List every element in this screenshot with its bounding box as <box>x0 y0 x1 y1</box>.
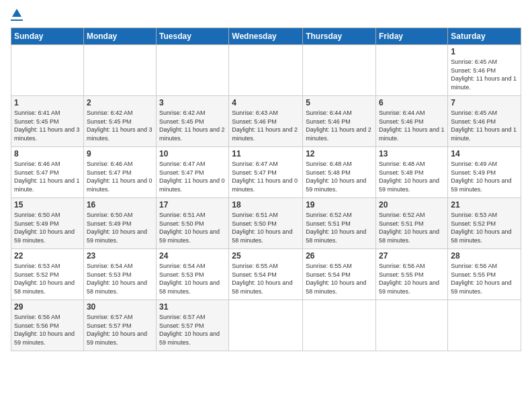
day-info: Sunrise: 6:44 AMSunset: 5:46 PMDaylight:… <box>379 109 445 142</box>
day-number: 7 <box>451 98 518 107</box>
day-number: 6 <box>379 98 445 107</box>
calendar-cell: 4Sunrise: 6:43 AMSunset: 5:46 PMDaylight… <box>229 96 303 147</box>
logo-icon <box>11 8 22 19</box>
day-number: 19 <box>306 200 373 210</box>
calendar-cell: 13Sunrise: 6:48 AMSunset: 5:48 PMDayligh… <box>376 147 448 198</box>
column-header-wednesday: Wednesday <box>229 28 303 45</box>
day-info: Sunrise: 6:48 AMSunset: 5:48 PMDaylight:… <box>379 161 439 193</box>
calendar-cell <box>303 300 376 351</box>
day-info: Sunrise: 6:53 AMSunset: 5:52 PMDaylight:… <box>451 212 511 244</box>
day-number: 10 <box>159 149 226 158</box>
day-info: Sunrise: 6:54 AMSunset: 5:53 PMDaylight:… <box>159 263 220 295</box>
calendar-week-row: 15Sunrise: 6:50 AMSunset: 5:49 PMDayligh… <box>11 198 521 249</box>
day-info: Sunrise: 6:51 AMSunset: 5:50 PMDaylight:… <box>232 212 292 244</box>
calendar-cell: 5Sunrise: 6:44 AMSunset: 5:46 PMDaylight… <box>303 96 376 147</box>
day-info: Sunrise: 6:48 AMSunset: 5:48 PMDaylight:… <box>306 161 366 193</box>
calendar-cell: 7Sunrise: 6:45 AMSunset: 5:46 PMDaylight… <box>448 96 521 147</box>
day-info: Sunrise: 6:50 AMSunset: 5:49 PMDaylight:… <box>14 212 75 244</box>
day-info: Sunrise: 6:46 AMSunset: 5:47 PMDaylight:… <box>87 161 152 193</box>
day-info: Sunrise: 6:49 AMSunset: 5:49 PMDaylight:… <box>451 161 511 193</box>
day-number: 25 <box>232 251 300 261</box>
day-number: 29 <box>14 302 81 312</box>
day-number: 20 <box>379 200 445 210</box>
calendar-cell: 1Sunrise: 6:45 AMSunset: 5:46 PMDaylight… <box>448 45 521 96</box>
logo <box>11 8 23 21</box>
column-header-friday: Friday <box>376 28 448 45</box>
day-number: 14 <box>451 149 518 158</box>
logo-text <box>11 8 23 19</box>
calendar-cell <box>376 45 448 96</box>
calendar-cell <box>229 45 303 96</box>
calendar-table: SundayMondayTuesdayWednesdayThursdayFrid… <box>11 28 521 351</box>
day-number: 15 <box>14 200 81 210</box>
day-info: Sunrise: 6:53 AMSunset: 5:52 PMDaylight:… <box>14 263 75 295</box>
day-info: Sunrise: 6:41 AMSunset: 5:45 PMDaylight:… <box>14 109 80 142</box>
calendar-cell: 16Sunrise: 6:50 AMSunset: 5:49 PMDayligh… <box>83 198 156 249</box>
calendar-cell <box>11 45 84 96</box>
calendar-cell: 12Sunrise: 6:48 AMSunset: 5:48 PMDayligh… <box>303 147 376 198</box>
calendar-cell: 14Sunrise: 6:49 AMSunset: 5:49 PMDayligh… <box>448 147 521 198</box>
day-number: 3 <box>159 98 226 107</box>
day-number: 23 <box>87 251 153 261</box>
column-header-tuesday: Tuesday <box>157 28 229 45</box>
day-number: 22 <box>14 251 81 261</box>
day-info: Sunrise: 6:44 AMSunset: 5:46 PMDaylight:… <box>306 109 371 142</box>
day-info: Sunrise: 6:57 AMSunset: 5:57 PMDaylight:… <box>87 314 147 346</box>
day-info: Sunrise: 6:46 AMSunset: 5:47 PMDaylight:… <box>14 161 80 193</box>
svg-marker-0 <box>12 9 21 17</box>
calendar-cell: 17Sunrise: 6:51 AMSunset: 5:50 PMDayligh… <box>157 198 229 249</box>
calendar-cell: 19Sunrise: 6:52 AMSunset: 5:51 PMDayligh… <box>303 198 376 249</box>
day-number: 1 <box>14 98 81 107</box>
calendar-cell: 27Sunrise: 6:56 AMSunset: 5:55 PMDayligh… <box>376 249 448 300</box>
day-number: 27 <box>379 251 445 261</box>
calendar-cell <box>376 300 448 351</box>
calendar-cell <box>83 45 156 96</box>
calendar-cell <box>229 300 303 351</box>
day-info: Sunrise: 6:56 AMSunset: 5:56 PMDaylight:… <box>14 314 75 346</box>
day-number: 17 <box>159 200 226 210</box>
day-number: 9 <box>87 149 153 158</box>
calendar-week-row: 1Sunrise: 6:45 AMSunset: 5:46 PMDaylight… <box>11 45 521 96</box>
calendar-cell: 24Sunrise: 6:54 AMSunset: 5:53 PMDayligh… <box>157 249 229 300</box>
day-info: Sunrise: 6:50 AMSunset: 5:49 PMDaylight:… <box>87 212 147 244</box>
day-number: 24 <box>159 251 226 261</box>
column-header-monday: Monday <box>83 28 156 45</box>
calendar-cell: 29Sunrise: 6:56 AMSunset: 5:56 PMDayligh… <box>11 300 84 351</box>
calendar-cell: 31Sunrise: 6:57 AMSunset: 5:57 PMDayligh… <box>157 300 229 351</box>
calendar-cell <box>157 45 229 96</box>
calendar-cell: 21Sunrise: 6:53 AMSunset: 5:52 PMDayligh… <box>448 198 521 249</box>
day-number: 1 <box>451 47 518 56</box>
calendar-cell: 10Sunrise: 6:47 AMSunset: 5:47 PMDayligh… <box>157 147 229 198</box>
day-number: 8 <box>14 149 81 158</box>
header <box>11 8 521 21</box>
day-number: 5 <box>306 98 373 107</box>
calendar-cell: 2Sunrise: 6:42 AMSunset: 5:45 PMDaylight… <box>83 96 156 147</box>
day-info: Sunrise: 6:55 AMSunset: 5:54 PMDaylight:… <box>232 263 292 295</box>
calendar-cell: 30Sunrise: 6:57 AMSunset: 5:57 PMDayligh… <box>83 300 156 351</box>
day-info: Sunrise: 6:54 AMSunset: 5:53 PMDaylight:… <box>87 263 147 295</box>
calendar-cell: 23Sunrise: 6:54 AMSunset: 5:53 PMDayligh… <box>83 249 156 300</box>
day-number: 21 <box>451 200 518 210</box>
calendar-cell: 26Sunrise: 6:55 AMSunset: 5:54 PMDayligh… <box>303 249 376 300</box>
day-number: 26 <box>306 251 373 261</box>
day-info: Sunrise: 6:42 AMSunset: 5:45 PMDaylight:… <box>159 109 225 142</box>
day-number: 12 <box>306 149 373 158</box>
day-number: 16 <box>87 200 153 210</box>
column-header-thursday: Thursday <box>303 28 376 45</box>
calendar-cell: 3Sunrise: 6:42 AMSunset: 5:45 PMDaylight… <box>157 96 229 147</box>
column-header-saturday: Saturday <box>448 28 521 45</box>
day-info: Sunrise: 6:55 AMSunset: 5:54 PMDaylight:… <box>306 263 366 295</box>
calendar-week-row: 29Sunrise: 6:56 AMSunset: 5:56 PMDayligh… <box>11 300 521 351</box>
day-number: 4 <box>232 98 300 107</box>
day-number: 30 <box>87 302 153 312</box>
day-info: Sunrise: 6:56 AMSunset: 5:55 PMDaylight:… <box>451 263 511 295</box>
calendar-cell: 15Sunrise: 6:50 AMSunset: 5:49 PMDayligh… <box>11 198 84 249</box>
calendar-cell: 28Sunrise: 6:56 AMSunset: 5:55 PMDayligh… <box>448 249 521 300</box>
calendar-week-row: 22Sunrise: 6:53 AMSunset: 5:52 PMDayligh… <box>11 249 521 300</box>
calendar-cell: 22Sunrise: 6:53 AMSunset: 5:52 PMDayligh… <box>11 249 84 300</box>
day-info: Sunrise: 6:45 AMSunset: 5:46 PMDaylight:… <box>451 58 517 91</box>
calendar-cell <box>303 45 376 96</box>
day-info: Sunrise: 6:56 AMSunset: 5:55 PMDaylight:… <box>379 263 439 295</box>
calendar-cell: 25Sunrise: 6:55 AMSunset: 5:54 PMDayligh… <box>229 249 303 300</box>
calendar-cell: 18Sunrise: 6:51 AMSunset: 5:50 PMDayligh… <box>229 198 303 249</box>
